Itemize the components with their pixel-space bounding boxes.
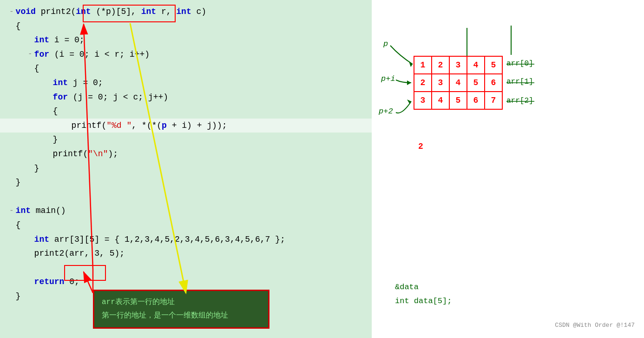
cell-1-3: 5 [467,74,485,92]
right-panel: 1 2 3 4 5 2 3 4 5 6 3 4 5 6 [372,0,644,338]
cell-0-1: 2 [432,56,449,74]
fold-4[interactable]: - [28,48,33,60]
code-line-5: { [9,61,362,76]
code-text-1: void print2(int (*p)[5], int r, int c) [16,5,207,19]
bottom-text-1: &data [395,283,419,292]
code-line-16: { [9,218,362,232]
svg-marker-8 [407,99,411,104]
code-text-13: } [16,175,21,190]
code-line-17: int arr[3][5] = { 1,2,3,4,5,2,3,4,5,6,3,… [9,232,362,247]
fold-13 [9,176,14,189]
code-text-9: printf("%d ", *(*(p + i) + j)); [72,119,227,133]
fold-16 [9,219,14,232]
code-text-20: return 0; [34,275,79,289]
fold-2 [9,20,14,32]
code-text-7: for (j = 0; j < c; j++) [53,90,168,105]
arr-label-2: arr[2] [506,97,533,105]
pointer-p2: p+2 [379,107,393,116]
code-text-21: } [16,289,21,304]
code-line-11: printf("\n"); [9,147,362,161]
cell-2-3: 6 [467,92,485,109]
code-line-14 [9,190,362,204]
cell-2-1: 4 [432,92,449,109]
fold-12 [28,162,33,174]
code-text-12: } [34,161,39,176]
bottom-text-2: int data[5]; [395,297,452,305]
code-line-20: return 0; [9,275,362,289]
array-row-1: 2 3 4 5 6 [414,74,502,92]
pointer-pi: p+i [381,74,395,83]
cell-2-0: 3 [414,92,432,109]
code-text-8: { [53,104,58,119]
code-line-19 [9,261,362,275]
code-text-17: int arr[3][5] = { 1,2,3,4,5,2,3,4,5,6,3,… [34,232,285,247]
array-table: 1 2 3 4 5 2 3 4 5 6 3 4 5 6 [414,56,503,110]
array-diagram: 1 2 3 4 5 2 3 4 5 6 3 4 5 6 [414,56,503,110]
code-text-6: int j = 0; [53,76,103,90]
cell-1-4: 6 [485,74,502,92]
code-text-15: int main() [16,204,66,218]
code-line-1: - void print2(int (*p)[5], int r, int c) [9,5,362,19]
cell-0-4: 5 [485,56,502,74]
cell-0-0: 1 [414,56,432,74]
arr-label-0: arr[0] [506,60,533,68]
fold-18 [28,247,33,260]
cell-1-1: 3 [432,74,449,92]
cell-2-2: 5 [449,92,467,109]
fold-21 [9,290,14,303]
arr-label-1: arr[1] [506,78,533,86]
code-text-10: } [53,133,58,147]
code-line-2: { [9,19,362,33]
code-text-18: print2(arr, 3, 5); [34,246,125,261]
svg-marker-7 [407,80,411,85]
code-line-8: { [9,104,362,119]
code-line-9: printf("%d ", *(*(p + i) + j)); [0,119,372,133]
cell-1-0: 2 [414,74,432,92]
fold-10 [46,133,51,146]
fold-7 [46,91,51,103]
cell-0-3: 4 [467,56,485,74]
code-line-4: - for (i = 0; i < r; i++) [9,47,362,62]
annotation-line2: 第一行的地址，是一个一维数组的地址 [102,309,261,323]
array-row-2: 3 4 5 6 7 [414,92,502,109]
code-text-5: { [34,61,39,76]
cell-2-4: 7 [485,92,502,109]
annotation-line1: arr表示第一行的地址 [102,296,261,309]
fold-17 [28,233,33,245]
code-line-15: - int main() [9,204,362,218]
fold-15[interactable]: - [9,205,14,217]
annotation-box: arr表示第一行的地址 第一行的地址，是一个一维数组的地址 [93,290,269,329]
code-text-16: { [16,218,21,232]
code-line-10: } [9,133,362,147]
code-line-13: } [9,175,362,190]
cell-0-2: 3 [449,56,467,74]
fold-8 [46,105,51,118]
code-text-3: int i = 0; [34,33,85,47]
fold-9 [65,119,70,132]
code-line-12: } [9,161,362,176]
array-row-0: 1 2 3 4 5 [414,56,502,74]
code-text-2: { [16,19,21,33]
code-line-6: int j = 0; [9,76,362,90]
fold-11 [46,148,51,160]
code-text-4: for (i = 0; i < r; i++) [34,47,150,62]
pointer-p: p [383,40,388,48]
fold-20 [28,276,33,288]
cell-1-2: 4 [449,74,467,92]
fold-3 [28,34,33,46]
fold-5 [28,62,33,75]
svg-marker-6 [409,61,413,67]
fold-1[interactable]: - [9,6,14,18]
code-line-3: int i = 0; [9,33,362,47]
code-line-18: print2(arr, 3, 5); [9,246,362,261]
csdn-watermark: CSDN @With Order @!147 [555,322,635,329]
left-panel: - void print2(int (*p)[5], int r, int c)… [0,0,372,338]
label-2: 2 [418,142,423,151]
fold-6 [46,77,51,89]
code-line-7: for (j = 0; j < c; j++) [9,90,362,105]
code-block: - void print2(int (*p)[5], int r, int c)… [9,5,362,303]
code-text-11: printf("\n"); [53,147,118,161]
